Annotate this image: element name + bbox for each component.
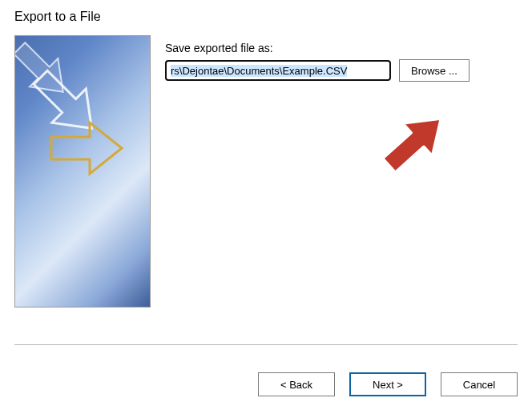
file-path-label: Save exported file as: — [165, 42, 518, 54]
back-button[interactable]: < Back — [258, 372, 335, 396]
main-panel: Save exported file as: Browse ... — [165, 35, 518, 307]
cancel-button[interactable]: Cancel — [441, 372, 518, 396]
dialog-content: Save exported file as: Browse ... — [0, 29, 532, 307]
separator-line — [14, 344, 518, 345]
wizard-button-row: < Back Next > Cancel — [258, 372, 518, 396]
file-path-row: Browse ... — [165, 59, 518, 82]
dialog-title: Export to a File — [0, 0, 532, 29]
wizard-side-graphic — [14, 35, 151, 307]
next-button[interactable]: Next > — [349, 372, 426, 396]
browse-button[interactable]: Browse ... — [399, 59, 470, 82]
file-path-input[interactable] — [165, 60, 391, 81]
arrows-graphic-icon — [15, 36, 151, 307]
